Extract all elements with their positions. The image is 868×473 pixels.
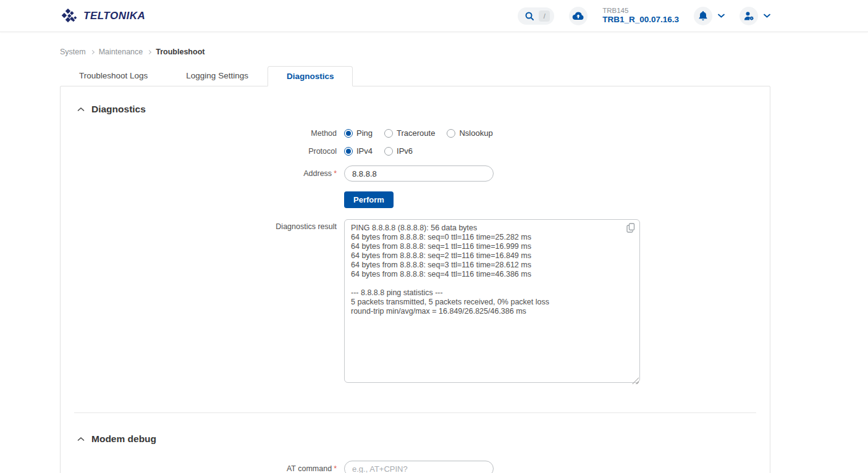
method-radio-group: Ping Traceroute Nslookup (344, 128, 756, 138)
modem-debug-section-toggle[interactable]: Modem debug (77, 433, 756, 445)
device-info: TRB145 TRB1_R_00.07.16.3 (602, 6, 679, 25)
method-option-nslookup[interactable]: Nslookup (447, 128, 492, 138)
radio-unchecked-icon (384, 147, 393, 156)
method-label: Method (74, 129, 344, 138)
method-option-traceroute[interactable]: Traceroute (384, 128, 435, 138)
tab-diagnostics[interactable]: Diagnostics (268, 66, 353, 86)
breadcrumb-troubleshoot: Troubleshoot (156, 48, 204, 56)
logo-wordmark: TELTONIKA (83, 10, 145, 22)
diagnostics-section-toggle[interactable]: Diagnostics (77, 104, 756, 115)
diagnostics-panel: Diagnostics Method Ping Traceroute (60, 86, 770, 473)
method-option-ping[interactable]: Ping (344, 128, 373, 138)
breadcrumb: System Maintenance Troubleshoot (60, 48, 770, 56)
at-command-input[interactable] (344, 461, 494, 473)
copy-icon[interactable] (626, 223, 635, 233)
user-settings-icon (744, 11, 754, 21)
required-asterisk: * (334, 464, 337, 473)
search-shortcut-hint: / (539, 10, 550, 22)
device-model: TRB145 (602, 6, 679, 15)
notifications-chevron-down-icon[interactable] (718, 14, 725, 18)
notifications-button[interactable] (694, 7, 712, 25)
bell-icon (698, 10, 708, 21)
radio-checked-icon (344, 129, 353, 138)
diagnostics-result-textarea[interactable]: PING 8.8.8.8 (8.8.8.8): 56 data bytes 64… (344, 219, 640, 383)
perform-button[interactable]: Perform (344, 191, 394, 208)
at-command-label: AT command* (74, 464, 344, 473)
radio-unchecked-icon (447, 129, 455, 138)
breadcrumb-maintenance[interactable]: Maintenance (99, 48, 143, 56)
protocol-option-ipv6[interactable]: IPv6 (384, 146, 413, 156)
protocol-option-ipv4[interactable]: IPv4 (344, 146, 373, 156)
cloud-upload-icon (572, 11, 584, 20)
radio-unchecked-icon (384, 129, 393, 138)
required-asterisk: * (334, 169, 337, 178)
address-label: Address* (74, 169, 344, 178)
breadcrumb-separator-icon (147, 49, 151, 54)
section-divider (74, 412, 756, 413)
protocol-radio-group: IPv4 IPv6 (344, 146, 756, 156)
teltonika-logo[interactable]: TELTONIKA (60, 9, 145, 23)
chevron-up-icon (77, 107, 85, 112)
modem-debug-section-title: Modem debug (91, 433, 156, 445)
device-firmware-version[interactable]: TRB1_R_00.07.16.3 (602, 15, 679, 25)
chevron-up-icon (77, 437, 85, 442)
radio-checked-icon (344, 147, 353, 156)
user-menu-chevron-down-icon[interactable] (764, 14, 770, 18)
teltonika-logo-icon (60, 9, 81, 23)
search-icon (525, 11, 534, 21)
breadcrumb-system[interactable]: System (60, 48, 86, 56)
tab-bar: Troubleshoot Logs Logging Settings Diagn… (60, 65, 770, 86)
diagnostics-result-label: Diagnostics result (74, 219, 344, 231)
protocol-label: Protocol (74, 147, 344, 156)
tab-logging-settings[interactable]: Logging Settings (167, 65, 268, 86)
search-button[interactable]: / (518, 7, 554, 25)
app-header: TELTONIKA / TRB14 (0, 0, 868, 32)
firmware-upload-button[interactable] (569, 7, 588, 25)
tab-troubleshoot-logs[interactable]: Troubleshoot Logs (60, 65, 167, 86)
diagnostics-section-title: Diagnostics (91, 104, 146, 115)
address-input[interactable] (344, 165, 494, 182)
user-menu-button[interactable] (739, 7, 758, 25)
breadcrumb-separator-icon (90, 49, 95, 54)
